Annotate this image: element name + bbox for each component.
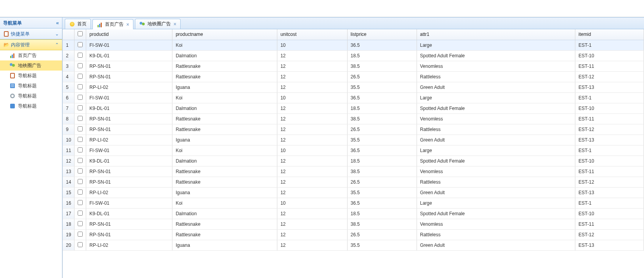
row-checkbox-cell[interactable] [75, 166, 86, 177]
table-row[interactable]: 10RP-LI-02Iguana1235.5Green AdultEST-13 [63, 135, 644, 145]
cell-productid: K9-DL-01 [86, 50, 172, 61]
row-checkbox-cell[interactable] [75, 113, 86, 124]
row-checkbox[interactable] [78, 242, 83, 247]
accordion-quick-menu[interactable]: 快捷菜单 ⌄ [0, 28, 62, 39]
collapse-left-icon[interactable]: « [56, 18, 59, 28]
table-row[interactable]: 12K9-DL-01Dalmation1218.5Spotted Adult F… [63, 156, 644, 166]
row-checkbox-cell[interactable] [75, 61, 86, 71]
row-checkbox-cell[interactable] [75, 71, 86, 82]
col-header-unitcost[interactable]: unitcost [277, 29, 347, 40]
table-row[interactable]: 2K9-DL-01Dalmation1218.5Spotted Adult Fe… [63, 50, 644, 61]
cell-unitcost: 10 [277, 145, 347, 156]
row-checkbox-cell[interactable] [75, 92, 86, 103]
cell-unitcost: 12 [277, 156, 347, 166]
table-row[interactable]: 3RP-SN-01Rattlesnake1238.5VenomlessEST-1… [63, 61, 644, 71]
tab-2[interactable]: 地铁圈广告× [135, 19, 181, 29]
row-checkbox[interactable] [78, 126, 83, 131]
tab-label: 首页 [77, 21, 87, 27]
grid-scroll[interactable]: productidproductnameunitcostlistpriceatt… [62, 29, 644, 278]
table-row[interactable]: 5RP-LI-02Iguana1235.5Green AdultEST-13 [63, 82, 644, 92]
cell-itemid: EST-11 [575, 61, 644, 71]
table-row[interactable]: 20RP-LI-02Iguana1235.5Green AdultEST-13 [63, 240, 644, 250]
cell-attr1: Venomless [417, 219, 575, 229]
table-row[interactable]: 4RP-SN-01Rattlesnake1226.5RattlelessEST-… [63, 71, 644, 82]
table-row[interactable]: 11FI-SW-01Koi1036.5LargeEST-1 [63, 145, 644, 156]
cell-productname: Dalmation [172, 208, 277, 219]
cell-listprice: 26.5 [347, 71, 417, 82]
cell-productid: RP-SN-01 [86, 61, 172, 71]
row-checkbox[interactable] [78, 105, 83, 110]
row-checkbox[interactable] [78, 232, 83, 237]
table-row[interactable]: 18RP-SN-01Rattlesnake1238.5VenomlessEST-… [63, 219, 644, 229]
table-row[interactable]: 8RP-SN-01Rattlesnake1238.5VenomlessEST-1… [63, 113, 644, 124]
table-row[interactable]: 6FI-SW-01Koi1036.5LargeEST-1 [63, 92, 644, 103]
row-checkbox-cell[interactable] [75, 40, 86, 50]
row-checkbox[interactable] [78, 53, 83, 58]
row-checkbox[interactable] [78, 42, 83, 47]
close-icon[interactable]: × [126, 22, 129, 27]
row-checkbox[interactable] [78, 137, 83, 142]
table-row[interactable]: 7K9-DL-01Dalmation1218.5Spotted Adult Fe… [63, 103, 644, 113]
select-all-checkbox[interactable] [78, 31, 83, 36]
row-checkbox[interactable] [78, 179, 83, 184]
row-checkbox[interactable] [78, 158, 83, 163]
row-checkbox-cell[interactable] [75, 50, 86, 61]
row-checkbox[interactable] [78, 95, 83, 100]
col-header-productid[interactable]: productid [86, 29, 172, 40]
cell-itemid: EST-1 [575, 40, 644, 50]
row-checkbox[interactable] [78, 74, 83, 79]
row-checkbox-cell[interactable] [75, 135, 86, 145]
cell-listprice: 36.5 [347, 92, 417, 103]
cell-listprice: 35.5 [347, 135, 417, 145]
sidebar-item-5[interactable]: 导航标题 [0, 101, 62, 111]
row-checkbox-cell[interactable] [75, 208, 86, 219]
sidebar-item-3[interactable]: 导航标题 [0, 81, 62, 91]
sidebar-item-2[interactable]: 导航标题 [0, 71, 62, 81]
cell-productid: RP-SN-01 [86, 124, 172, 135]
row-checkbox-cell[interactable] [75, 240, 86, 250]
table-row[interactable]: 16FI-SW-01Koi1036.5LargeEST-1 [63, 198, 644, 208]
row-checkbox-cell[interactable] [75, 145, 86, 156]
col-checkbox-header[interactable] [75, 29, 86, 40]
row-checkbox-cell[interactable] [75, 82, 86, 92]
row-checkbox[interactable] [78, 221, 83, 226]
row-checkbox-cell[interactable] [75, 229, 86, 240]
col-header-attr1[interactable]: attr1 [417, 29, 575, 40]
row-checkbox[interactable] [78, 200, 83, 205]
row-checkbox[interactable] [78, 116, 83, 121]
cell-attr1: Rattleless [417, 229, 575, 240]
row-checkbox[interactable] [78, 189, 83, 195]
table-row[interactable]: 1FI-SW-01Koi1036.5LargeEST-1 [63, 40, 644, 50]
table-row[interactable]: 9RP-SN-01Rattlesnake1226.5RattlelessEST-… [63, 124, 644, 135]
table-row[interactable]: 19RP-SN-01Rattlesnake1226.5RattlelessEST… [63, 229, 644, 240]
row-checkbox[interactable] [78, 147, 83, 152]
table-row[interactable]: 17K9-DL-01Dalmation1218.5Spotted Adult F… [63, 208, 644, 219]
row-checkbox-cell[interactable] [75, 177, 86, 187]
sidebar-item-1[interactable]: 地铁圈广告 [0, 60, 62, 71]
table-row[interactable]: 13RP-SN-01Rattlesnake1238.5VenomlessEST-… [63, 166, 644, 177]
sidebar-item-0[interactable]: 首页广告 [0, 50, 62, 60]
row-checkbox-cell[interactable] [75, 187, 86, 198]
row-checkbox[interactable] [78, 84, 83, 89]
row-number: 6 [63, 92, 75, 103]
col-header-productname[interactable]: productname [172, 29, 277, 40]
col-header-listprice[interactable]: listprice [347, 29, 417, 40]
row-checkbox[interactable] [78, 211, 83, 216]
cell-listprice: 35.5 [347, 187, 417, 198]
tab-1[interactable]: 首页广告× [92, 19, 133, 29]
row-checkbox-cell[interactable] [75, 156, 86, 166]
row-checkbox[interactable] [78, 168, 83, 174]
accordion-content-manage[interactable]: 📂 内容管理 ⌃ [0, 39, 62, 50]
close-icon[interactable]: × [174, 21, 176, 27]
row-checkbox-cell[interactable] [75, 219, 86, 229]
row-checkbox-cell[interactable] [75, 103, 86, 113]
cell-productid: FI-SW-01 [86, 40, 172, 50]
tab-0[interactable]: 首页 [65, 19, 91, 29]
col-header-itemid[interactable]: itemid [575, 29, 644, 40]
row-checkbox[interactable] [78, 63, 83, 68]
sidebar-item-4[interactable]: 导航标题 [0, 91, 62, 101]
table-row[interactable]: 15RP-LI-02Iguana1235.5Green AdultEST-13 [63, 187, 644, 198]
row-checkbox-cell[interactable] [75, 198, 86, 208]
table-row[interactable]: 14RP-SN-01Rattlesnake1226.5RattlelessEST… [63, 177, 644, 187]
row-checkbox-cell[interactable] [75, 124, 86, 135]
